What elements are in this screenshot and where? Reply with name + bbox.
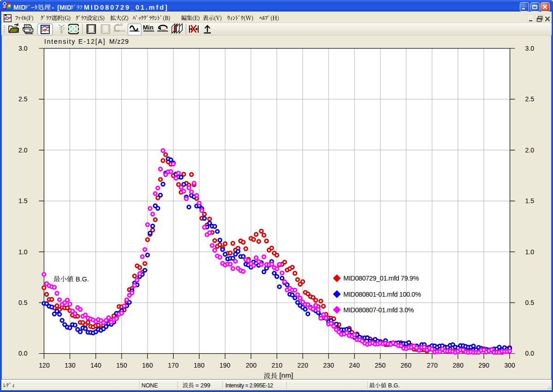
- svg-text:= 299: = 299: [195, 382, 210, 389]
- svg-text:Intensity = 2.995E-12: Intensity = 2.995E-12: [225, 382, 273, 389]
- svg-text:B.G.: B.G.: [388, 382, 400, 389]
- svg-text:NONE: NONE: [141, 382, 158, 389]
